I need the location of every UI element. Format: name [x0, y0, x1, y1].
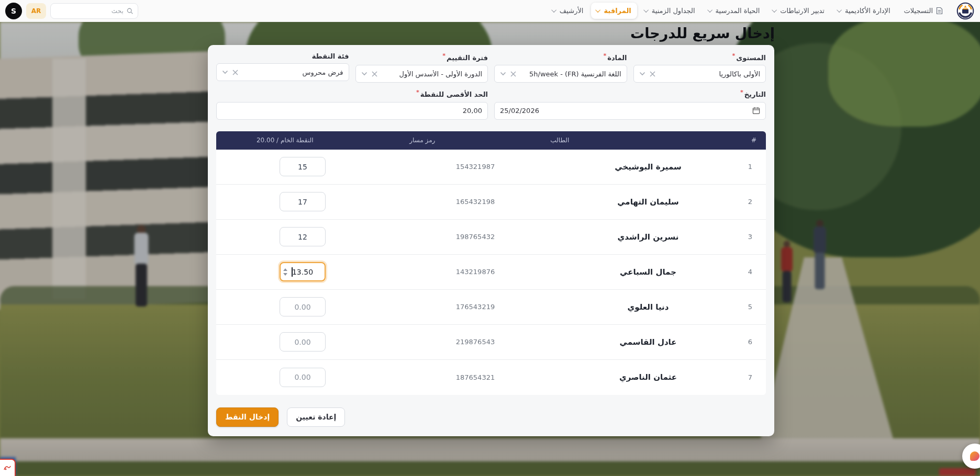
student-name: نسرين الراشدي	[562, 232, 734, 242]
header-raw-score: النقطة الخام / 20.00	[216, 137, 354, 144]
user-group: S AR	[5, 3, 138, 19]
debugbar-toggle[interactable]	[0, 459, 16, 476]
nav-item-relations-management[interactable]: تدبير الارتباطات	[767, 3, 830, 19]
nav-item-label: الإدارة الأكاديمية	[845, 7, 890, 15]
calendar-icon[interactable]	[752, 107, 760, 115]
row-index: 5	[734, 303, 766, 311]
header-index: #	[629, 137, 766, 144]
date-label: التاريخ	[494, 89, 766, 98]
date-max-row: التاريخ 25/02/2026 الحد الأقصى للنقطة	[216, 89, 766, 119]
score-input[interactable]	[280, 227, 326, 246]
main-nav: التسجيلات الإدارة الأكاديمية تدبير الارت…	[547, 2, 975, 20]
max-note-group: الحد الأقصى للنقطة	[216, 89, 488, 119]
score-input[interactable]	[280, 192, 326, 211]
nav-item-label: الجداول الزمنية	[652, 7, 695, 15]
nav-item-timetables[interactable]: الجداول الزمنية	[639, 3, 701, 19]
debugbar-icon	[3, 464, 12, 472]
select-control[interactable]: الأولى باكالوريا	[633, 65, 766, 83]
header-student: الطالب	[491, 137, 629, 144]
select-value: الأولى باكالوريا	[660, 70, 761, 78]
score-input[interactable]	[280, 332, 326, 352]
submit-grades-button[interactable]: إدخال النقط	[216, 407, 279, 427]
page-title: إدخال سريع للدرجات	[630, 25, 775, 41]
language-label: AR	[31, 7, 41, 15]
student-row: 3 نسرين الراشدي 198765432	[216, 220, 766, 255]
massar-code: 219876543	[389, 338, 562, 346]
chevron-down-icon	[772, 7, 777, 13]
nav-item-label: تدبير الارتباطات	[780, 7, 825, 15]
nav-item-registrations[interactable]: التسجيلات	[898, 3, 949, 19]
massar-code: 143219876	[389, 268, 562, 276]
date-field-group: التاريخ 25/02/2026	[494, 89, 766, 119]
chevron-down-icon[interactable]	[361, 72, 368, 76]
student-name: دنيا العلوي	[562, 302, 734, 312]
avatar[interactable]: S	[5, 3, 22, 19]
filters-row: المستوى الأولى باكالوريا المادة اللغة ال…	[216, 52, 766, 83]
score-field-wrap	[280, 157, 326, 176]
massar-code: 187654321	[389, 373, 562, 381]
chevron-down-icon	[596, 7, 601, 13]
score-input[interactable]	[280, 157, 326, 176]
student-name: سليمان التهامي	[562, 197, 734, 207]
select-label: فئة النقطة	[216, 52, 349, 60]
number-spinner[interactable]	[283, 268, 287, 276]
select-control[interactable]: اللغة الفرنسية (FR) - 5h/week	[494, 65, 627, 83]
select-control[interactable]: فرض محروس	[216, 63, 349, 81]
form-actions: إدخال النقط إعادة تعيين	[216, 407, 766, 427]
nav-item-academic-administration[interactable]: الإدارة الأكاديمية	[832, 3, 896, 19]
student-row: 6 عادل القاسمي 219876543	[216, 325, 766, 360]
select-control[interactable]: الدورة الأولى - الأسدس الأول	[355, 65, 488, 83]
text-cursor	[292, 267, 293, 277]
select-value: الدورة الأولى - الأسدس الأول	[382, 70, 483, 78]
search-input[interactable]	[55, 7, 124, 15]
max-note-input[interactable]	[216, 102, 488, 120]
clear-selection-icon[interactable]	[650, 71, 655, 77]
clear-selection-icon[interactable]	[510, 71, 516, 77]
select-field-0: المستوى الأولى باكالوريا	[633, 52, 766, 83]
select-label: المادة	[494, 52, 627, 62]
nav-item-school-life[interactable]: الحياة المدرسية	[703, 3, 766, 19]
nav-item-monitoring[interactable]: المراقبة	[591, 3, 637, 19]
student-row: 1 سميرة البوشيخي 154321987	[216, 150, 766, 185]
grades-table: # الطالب رمز مسار النقطة الخام / 20.00 1…	[216, 131, 766, 395]
nav-item-label: الحياة المدرسية	[716, 7, 760, 15]
search-box	[50, 3, 138, 19]
massar-code: 154321987	[389, 163, 562, 171]
header-massar-code: رمز مسار	[354, 137, 492, 144]
brand-logo[interactable]	[956, 2, 975, 20]
score-input[interactable]	[280, 297, 326, 316]
score-input[interactable]	[280, 368, 326, 387]
student-name: عثمان الناصري	[562, 372, 734, 382]
row-index: 6	[734, 338, 766, 346]
chat-icon	[970, 451, 979, 461]
reset-button[interactable]: إعادة تعيين	[287, 407, 345, 427]
school-logo-icon	[956, 2, 974, 20]
chevron-down-icon[interactable]	[639, 72, 645, 76]
nav-item-archive[interactable]: الأرشيف	[547, 3, 589, 19]
select-field-2: فترة التقييم الدورة الأولى - الأسدس الأو…	[355, 52, 488, 83]
select-value: فرض محروس	[242, 69, 343, 76]
score-field-wrap	[280, 227, 326, 246]
chevron-down-icon	[643, 7, 649, 13]
select-label: فترة التقييم	[355, 52, 488, 62]
clear-selection-icon[interactable]	[372, 71, 377, 77]
search-icon	[127, 7, 133, 15]
date-input[interactable]: 25/02/2026	[494, 102, 766, 120]
chevron-down-icon[interactable]	[222, 70, 228, 74]
chevron-down-icon	[837, 7, 842, 13]
student-row: 7 عثمان الناصري 187654321	[216, 360, 766, 395]
language-switcher[interactable]: AR	[26, 3, 46, 19]
nav-item-label: الأرشيف	[560, 7, 584, 15]
document-icon	[936, 7, 943, 15]
select-label: المستوى	[633, 52, 766, 62]
score-field-wrap	[280, 332, 326, 352]
topbar: التسجيلات الإدارة الأكاديمية تدبير الارت…	[0, 0, 980, 22]
student-name: سميرة البوشيخي	[562, 162, 734, 172]
row-index: 2	[734, 198, 766, 206]
grades-table-body: 1 سميرة البوشيخي 154321987 2 سليمان الته…	[216, 150, 766, 395]
max-note-label: الحد الأقصى للنقطة	[216, 89, 488, 98]
select-field-1: المادة اللغة الفرنسية (FR) - 5h/week	[494, 52, 627, 83]
grades-table-header: # الطالب رمز مسار النقطة الخام / 20.00	[216, 131, 766, 150]
chevron-down-icon[interactable]	[500, 72, 506, 76]
clear-selection-icon[interactable]	[232, 70, 238, 75]
